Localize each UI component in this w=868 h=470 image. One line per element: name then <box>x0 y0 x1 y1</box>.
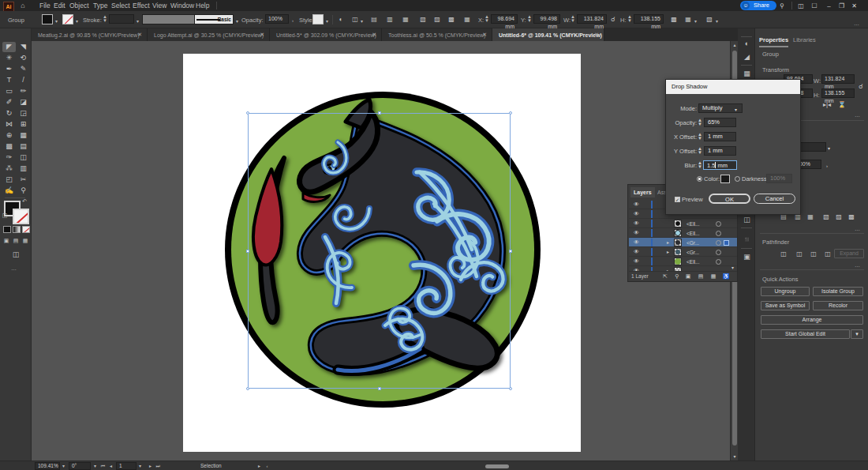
swap-fill-stroke-icon[interactable]: ↶ <box>21 197 28 205</box>
pathfinder-more-options[interactable]: … <box>855 262 861 268</box>
align-bottom-icon[interactable]: ▩ <box>447 16 456 24</box>
stroke-weight-field[interactable] <box>109 14 134 24</box>
brush-chevron-down-icon[interactable]: ▾ <box>236 18 238 24</box>
transform-more-options[interactable]: … <box>855 112 861 118</box>
align-right-icon[interactable]: ▦ <box>806 213 815 221</box>
isolate-group-button[interactable]: Isolate Group <box>813 287 863 296</box>
selection-handle-bottom-right[interactable] <box>509 387 512 390</box>
layer-row-selected[interactable]: 👁 ▸ <Gr... <box>629 238 737 247</box>
eyedropper-tool[interactable]: ✑ <box>2 152 16 163</box>
visibility-eye-icon[interactable]: 👁 <box>633 211 640 217</box>
scale-tool[interactable]: ◲ <box>17 108 30 118</box>
shape-builder-tool[interactable]: ⊕ <box>2 130 16 141</box>
visibility-eye-icon[interactable]: 👁 <box>633 220 640 227</box>
edit-toolbar-more[interactable]: … <box>11 265 17 271</box>
selection-handle-top-center[interactable] <box>378 111 381 115</box>
selection-handle-middle-right[interactable] <box>509 250 512 253</box>
select-similar-icon[interactable]: ▧ <box>705 16 714 24</box>
rotation-chevron-down-icon[interactable]: ▾ <box>94 464 96 469</box>
first-artboard-icon[interactable]: ⏮ <box>99 463 107 469</box>
x-stepper[interactable]: ▲▼ <box>485 15 489 24</box>
expand-button[interactable]: Expand <box>834 249 864 258</box>
screen-mode-icon[interactable]: ◫ <box>10 251 21 258</box>
eraser-tool[interactable]: ◪ <box>17 97 30 107</box>
rotate-icon[interactable]: ▸|◂ <box>822 101 832 109</box>
stroke-color-swatch-large[interactable] <box>13 209 29 224</box>
arrange-button[interactable]: Arrange <box>761 315 863 325</box>
rectangle-tool[interactable]: ▭ <box>2 86 16 96</box>
lasso-tool[interactable]: ⟲ <box>17 53 30 63</box>
opacity-stepper[interactable]: ▲▼ <box>698 118 702 127</box>
window-minimize-button[interactable]: – <box>824 2 834 10</box>
visibility-eye-icon[interactable]: 👁 <box>633 249 640 255</box>
transform-chevron-down-icon[interactable]: ▾ <box>361 18 363 24</box>
artboard-number-field[interactable]: 1 <box>116 462 137 470</box>
new-layer-icon[interactable]: ▦ <box>709 273 717 280</box>
recolor-artwork-icon[interactable]: ◐ <box>336 16 346 24</box>
opacity-field[interactable]: 65% <box>704 118 736 127</box>
selection-bounding-box[interactable] <box>248 113 511 389</box>
visibility-eye-icon[interactable]: 👁 <box>633 201 640 208</box>
start-global-edit-chevron-down-icon[interactable]: ▾ <box>851 329 863 339</box>
blend-tool[interactable]: ◫ <box>17 152 30 163</box>
search-layers-icon[interactable]: ⚲ <box>673 273 681 280</box>
fill-chevron-down-icon[interactable]: ▾ <box>55 18 58 24</box>
chevron-right-icon[interactable]: ▸ <box>665 239 671 246</box>
width-stepper[interactable]: ▲▼ <box>571 15 575 24</box>
dialog-title-bar[interactable]: Drop Shadow <box>666 80 800 94</box>
document-tab-4[interactable]: Toothless.ai @ 50.5 % (CMYK/Preview) ✕ <box>382 28 492 41</box>
asset-export-panel-icon[interactable]: ▣ <box>741 252 753 262</box>
blur-field[interactable]: 1.5mm <box>703 160 737 170</box>
visibility-eye-icon[interactable]: 👁 <box>633 258 640 265</box>
x-offset-stepper[interactable]: ▲▼ <box>698 133 702 141</box>
menu-type[interactable]: Type <box>93 2 107 10</box>
window-close-button[interactable]: ✕ <box>849 2 859 10</box>
align-more-options[interactable]: … <box>855 226 861 231</box>
horizontal-scroll-thumb[interactable] <box>485 464 509 468</box>
perspective-grid-tool[interactable]: ▦ <box>17 130 30 141</box>
direct-selection-tool[interactable]: ◥ <box>17 42 30 52</box>
style-chevron-down-icon[interactable]: ▾ <box>326 18 328 24</box>
align-bottom-icon[interactable]: ▩ <box>847 213 856 221</box>
artboard-tool[interactable]: ◰ <box>2 175 16 185</box>
home-icon[interactable]: ⌂ <box>18 2 28 10</box>
ok-button[interactable]: OK <box>709 194 750 204</box>
select-similar-chevron-down-icon[interactable]: ▾ <box>716 18 718 24</box>
gradient-panel-icon[interactable]: ◢ <box>741 52 753 62</box>
stroke-chevron-down-icon[interactable]: ▾ <box>828 145 830 152</box>
exclude-icon[interactable]: ◫ <box>823 250 832 258</box>
menu-effect[interactable]: Effect <box>133 2 150 10</box>
menu-window[interactable]: Window <box>170 2 194 10</box>
close-icon[interactable]: ✕ <box>594 32 599 38</box>
layer-row[interactable]: 👁 <Ell... <box>629 228 737 238</box>
workspace-switcher-icon[interactable]: ☐ <box>810 2 819 10</box>
selection-handle-bottom-center[interactable] <box>378 387 381 390</box>
height-stepper[interactable]: ▲▼ <box>627 15 632 24</box>
constrain-proportions-icon[interactable]: ☌ <box>609 16 617 24</box>
align-right-icon[interactable]: ▦ <box>401 16 410 24</box>
layer-thumbnail[interactable] <box>674 229 682 237</box>
document-canvas[interactable] <box>32 41 730 461</box>
slice-tool[interactable]: ✂ <box>17 175 30 185</box>
stroke-color-swatch[interactable] <box>62 14 73 24</box>
close-icon[interactable]: ✕ <box>260 32 264 38</box>
tab-layers[interactable]: Layers <box>630 187 655 197</box>
mesh-tool[interactable]: ▩ <box>2 141 16 152</box>
column-graph-tool[interactable]: ▥ <box>17 164 30 174</box>
fill-color-swatch[interactable] <box>42 14 53 24</box>
x-position-field[interactable]: 98.694 mm <box>491 14 518 24</box>
visibility-eye-icon[interactable]: 👁 <box>633 230 640 236</box>
document-tab-5-active[interactable]: Untitled-6* @ 109.41 % (CMYK/Preview) ✕ <box>492 28 604 41</box>
default-fill-stroke-icon[interactable]: ◫ <box>2 212 8 219</box>
align-left-icon[interactable]: ▤ <box>369 16 379 24</box>
align-horizontal-center-icon[interactable]: ▥ <box>385 16 395 24</box>
close-icon[interactable]: ✕ <box>372 32 376 38</box>
graphic-style-swatch[interactable] <box>312 14 324 24</box>
x-offset-field[interactable]: 1 mm <box>704 132 736 141</box>
chevron-right-icon[interactable]: ▸ <box>665 249 671 255</box>
arrange-documents-icon[interactable]: ◫ <box>796 2 806 10</box>
unite-icon[interactable]: ◫ <box>779 250 788 258</box>
locate-object-icon[interactable]: ⇱ <box>661 273 669 280</box>
ungroup-button[interactable]: Ungroup <box>761 287 810 296</box>
visibility-eye-icon[interactable]: 👁 <box>633 239 640 246</box>
